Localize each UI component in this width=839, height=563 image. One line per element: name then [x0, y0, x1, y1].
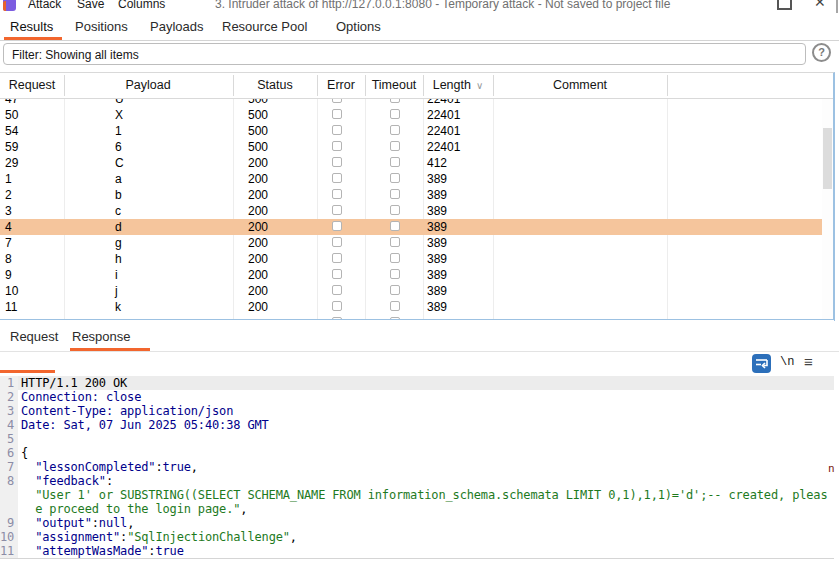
- request-cell: 54: [5, 123, 18, 139]
- length-cell: 389: [427, 251, 447, 267]
- editor-menu-icon[interactable]: ≡: [804, 353, 813, 370]
- tab-request[interactable]: Request: [10, 329, 58, 344]
- table-row[interactable]: 10j200389: [0, 283, 833, 299]
- status-cell: 200: [248, 235, 268, 251]
- table-row[interactable]: 8h200389: [0, 251, 833, 267]
- error-checkbox[interactable]: [332, 285, 342, 295]
- table-row[interactable]: 47U50022401: [0, 99, 833, 107]
- column-divider: [233, 75, 234, 96]
- table-row[interactable]: 54150022401: [0, 123, 833, 139]
- timeout-checkbox[interactable]: [390, 189, 400, 199]
- column-header-timeout[interactable]: Timeout: [372, 78, 417, 92]
- window-edge: [836, 0, 838, 13]
- timeout-checkbox[interactable]: [390, 253, 400, 263]
- line-text: {: [21, 446, 28, 460]
- request-cell: 29: [5, 155, 18, 171]
- timeout-checkbox[interactable]: [390, 285, 400, 295]
- tab-payloads[interactable]: Payloads: [150, 19, 203, 34]
- tab-response[interactable]: Response: [72, 329, 131, 344]
- editor-line: 1HTTP/1.1 200 OK: [0, 376, 834, 390]
- payload-cell: U: [115, 99, 124, 107]
- sort-descending-icon: ∨: [476, 80, 483, 91]
- tab-options[interactable]: Options: [336, 19, 381, 34]
- table-row[interactable]: 11k200389: [0, 299, 833, 315]
- table-row[interactable]: [0, 315, 833, 319]
- error-checkbox[interactable]: [332, 269, 342, 279]
- table-row[interactable]: 59650022401: [0, 139, 833, 155]
- error-checkbox[interactable]: [332, 125, 342, 135]
- table-row[interactable]: 29C200412: [0, 155, 833, 171]
- timeout-checkbox[interactable]: [390, 157, 400, 167]
- column-header-length[interactable]: Length∨: [433, 78, 484, 92]
- table-row[interactable]: 3c200389: [0, 203, 833, 219]
- table-row[interactable]: 50X50022401: [0, 107, 833, 123]
- filter-bar[interactable]: Filter: Showing all items: [3, 43, 806, 65]
- timeout-checkbox[interactable]: [390, 269, 400, 279]
- timeout-checkbox[interactable]: [390, 221, 400, 231]
- response-editor[interactable]: 1HTTP/1.1 200 OK2Connection: close3Conte…: [0, 376, 834, 559]
- request-cell: 2: [5, 187, 12, 203]
- payload-cell: d: [115, 219, 122, 235]
- scrollbar-thumb[interactable]: [823, 128, 832, 189]
- intruder-tab-bar: ResultsPositionsPayloadsResource PoolOpt…: [0, 13, 839, 41]
- column-divider: [317, 75, 318, 96]
- error-checkbox[interactable]: [332, 173, 342, 183]
- tab-resource-pool[interactable]: Resource Pool: [222, 19, 307, 34]
- timeout-checkbox[interactable]: [390, 173, 400, 183]
- timeout-checkbox[interactable]: [390, 125, 400, 135]
- payload-cell: k: [115, 299, 121, 315]
- editor-toolbar: \n ≡: [0, 352, 839, 376]
- line-text: "feedback":: [21, 474, 113, 488]
- column-header-payload[interactable]: Payload: [125, 78, 170, 92]
- error-checkbox[interactable]: [332, 109, 342, 119]
- table-row[interactable]: 2b200389: [0, 187, 833, 203]
- table-row[interactable]: 4d200389: [0, 219, 833, 235]
- vertical-scrollbar[interactable]: [822, 99, 833, 319]
- active-message-tab-indicator: [70, 348, 150, 351]
- error-checkbox[interactable]: [332, 317, 342, 319]
- error-checkbox[interactable]: [332, 99, 342, 103]
- timeout-checkbox[interactable]: [390, 109, 400, 119]
- menu-attack[interactable]: Attack: [28, 0, 61, 12]
- word-wrap-toggle-icon[interactable]: [752, 354, 771, 373]
- error-checkbox[interactable]: [332, 157, 342, 167]
- maximize-icon[interactable]: [777, 0, 792, 10]
- timeout-checkbox[interactable]: [390, 237, 400, 247]
- current-line-highlight: [18, 376, 834, 390]
- column-header-comment[interactable]: Comment: [553, 78, 607, 92]
- table-row[interactable]: 7g200389: [0, 235, 833, 251]
- editor-line: "User 1' or SUBSTRING((SELECT SCHEMA_NAM…: [0, 488, 834, 502]
- menu-columns[interactable]: Columns: [118, 0, 165, 12]
- error-checkbox[interactable]: [332, 221, 342, 231]
- error-checkbox[interactable]: [332, 253, 342, 263]
- timeout-checkbox[interactable]: [390, 301, 400, 311]
- editor-line: 6{: [0, 446, 834, 460]
- error-checkbox[interactable]: [332, 189, 342, 199]
- table-row[interactable]: 9i200389: [0, 267, 833, 283]
- timeout-checkbox[interactable]: [390, 205, 400, 215]
- request-cell: 3: [5, 203, 12, 219]
- error-checkbox[interactable]: [332, 301, 342, 311]
- column-header-status[interactable]: Status: [257, 78, 292, 92]
- table-row[interactable]: 1a200389: [0, 171, 833, 187]
- line-number: 9: [0, 516, 14, 530]
- line-text: "lessonCompleted":true,: [21, 460, 198, 474]
- timeout-checkbox[interactable]: [390, 317, 400, 319]
- length-cell: 389: [427, 187, 447, 203]
- close-icon[interactable]: ✕: [814, 0, 826, 10]
- request-cell: 47: [5, 99, 18, 107]
- error-checkbox[interactable]: [332, 237, 342, 247]
- tab-results[interactable]: Results: [10, 19, 53, 34]
- timeout-checkbox[interactable]: [390, 99, 400, 103]
- column-header-request[interactable]: Request: [9, 78, 56, 92]
- error-checkbox[interactable]: [332, 205, 342, 215]
- menu-save[interactable]: Save: [77, 0, 104, 12]
- show-newlines-icon[interactable]: \n: [780, 355, 794, 369]
- error-checkbox[interactable]: [332, 141, 342, 151]
- timeout-checkbox[interactable]: [390, 141, 400, 151]
- payload-cell: c: [115, 203, 121, 219]
- column-header-error[interactable]: Error: [327, 78, 355, 92]
- status-cell: 200: [248, 299, 268, 315]
- help-icon[interactable]: ?: [812, 43, 831, 62]
- tab-positions[interactable]: Positions: [75, 19, 128, 34]
